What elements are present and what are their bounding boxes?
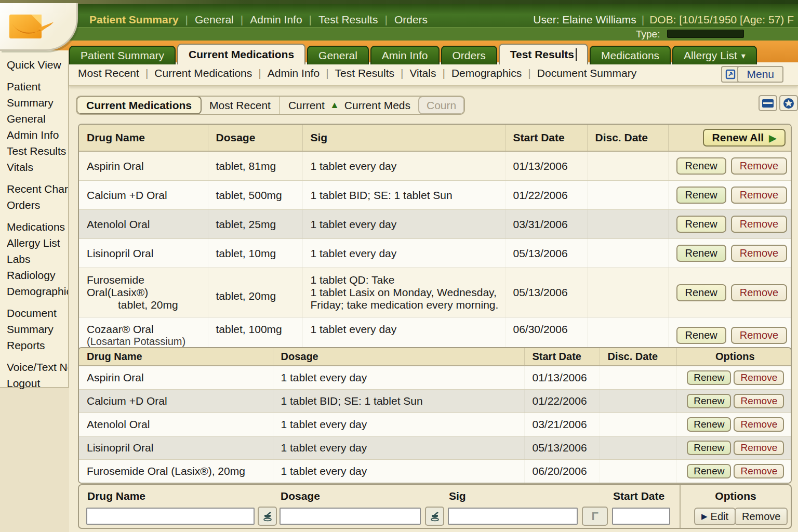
subnav-demographics[interactable]: Demographics (451, 67, 522, 79)
card-view-button[interactable] (759, 95, 777, 111)
filter-current-sort[interactable]: Current ▲ Current Meds (280, 97, 419, 114)
renew-all-button[interactable]: Renew All▶ (703, 129, 786, 147)
renew-button[interactable]: Renew (676, 327, 726, 344)
popout-icon (725, 69, 736, 79)
sidebar-item-recent-chart[interactable]: Recent Chart (7, 181, 68, 197)
remove-button[interactable]: Remove (734, 417, 784, 432)
subnav-test-results[interactable]: Test Results (335, 67, 394, 79)
sidebar-item-document-summary[interactable]: Document Summary (7, 305, 68, 337)
dosage-cell: tablet, 500mg (208, 181, 302, 210)
sidebar-item-patient-summary[interactable]: Patient Summary (7, 78, 68, 111)
renew-button[interactable]: Renew (687, 370, 731, 385)
nav-divider: | (642, 14, 644, 26)
renew-button[interactable]: Renew (676, 216, 726, 233)
topnav-admin-info[interactable]: Admin Info (250, 14, 302, 26)
drug-cell: Atenolol Oral (79, 413, 273, 436)
form-remove-button[interactable]: Remove (735, 508, 788, 525)
sidebar-item-reports[interactable]: Reports (7, 337, 68, 353)
sidebar-item-demographics[interactable]: Demographics (7, 283, 68, 299)
type-value-field[interactable] (667, 30, 744, 38)
renew-button[interactable]: Renew (687, 394, 731, 408)
drug-lookup-button[interactable] (258, 507, 277, 526)
dosage-cell: tablet, 20mg (208, 268, 302, 317)
tab-medications[interactable]: Medications (590, 46, 671, 64)
sidebar-item-logout[interactable]: Logout (7, 375, 68, 391)
tab-patient-summary[interactable]: Patient Summary (69, 46, 176, 64)
top-navigation: Patient Summary | General | Admin Info |… (89, 14, 428, 26)
renew-button[interactable]: Renew (687, 417, 731, 432)
remove-button[interactable]: Remove (731, 187, 787, 204)
edit-button[interactable]: ▶Edit (694, 508, 736, 525)
tab-orders[interactable]: Orders (441, 46, 497, 64)
card-icon (762, 99, 774, 108)
nav-divider: | (528, 67, 530, 79)
table-row: Lisinopril Oral tablet, 10mg 1 tablet ev… (79, 239, 791, 268)
sidebar-item-labs[interactable]: Labs (7, 251, 68, 267)
form-drug-name-label: Drug Name (87, 490, 145, 502)
topnav-test-results[interactable]: Test Results (318, 14, 378, 26)
renew-button[interactable]: Renew (676, 187, 726, 204)
drug-cell: Lisinopril Oral (79, 436, 273, 460)
subnav-current-medications[interactable]: Current Medications (154, 67, 252, 79)
sidebar-item-allergy-list[interactable]: Allergy List (7, 235, 68, 251)
edit-arrow-icon: ▶ (701, 512, 708, 521)
renew-button[interactable]: Renew (676, 284, 726, 301)
topnav-general[interactable]: General (195, 14, 234, 26)
sidebar-list: Patient Summary General Admin Info Test … (7, 78, 68, 391)
sidebar-footer-area (0, 388, 69, 532)
quick-view-sidebar: Quick View Patient Summary General Admin… (0, 50, 69, 388)
remove-button[interactable]: Remove (734, 464, 784, 478)
subnav-document-summary[interactable]: Document Summary (537, 67, 636, 79)
user-name-label: User: Elaine Williams (533, 14, 636, 26)
sidebar-item-test-results[interactable]: Test Results (7, 143, 68, 159)
sidebar-item-orders[interactable]: Orders (7, 197, 68, 213)
renew-button[interactable]: Renew (676, 245, 726, 262)
topnav-patient-summary[interactable]: Patient Summary (89, 14, 179, 26)
tab-current-medications[interactable]: Current Medications (177, 44, 305, 64)
menu-button[interactable]: Menu (737, 66, 783, 83)
dosage-cell: tablet, 81mg (208, 151, 302, 181)
remove-button[interactable]: Remove (734, 370, 784, 385)
remove-button[interactable]: Remove (734, 441, 784, 455)
remove-button[interactable]: Remove (731, 245, 787, 262)
form-options-column: Options ▶Edit Remove (680, 485, 791, 528)
start-date-input[interactable] (612, 508, 670, 525)
renew-button[interactable]: Renew (687, 464, 731, 478)
filter-most-recent[interactable]: Most Recent (201, 97, 280, 114)
nav-divider: | (241, 14, 243, 26)
remove-button[interactable]: Remove (734, 394, 784, 408)
sig-builder-button[interactable]: Γ (582, 507, 608, 526)
sidebar-item-general[interactable]: General (7, 111, 68, 127)
topnav-orders[interactable]: Orders (394, 14, 428, 26)
sig-builder-icon: Γ (591, 510, 598, 523)
sidebar-item-vitals[interactable]: Vitals (7, 159, 68, 175)
sidebar-item-radiology[interactable]: Radiology (7, 267, 68, 283)
disc-date-cell (600, 413, 676, 436)
table-row: Calcium +D Oral 1 tablet BID; SE: 1 tabl… (79, 390, 791, 413)
tab-general[interactable]: General (307, 46, 369, 64)
remove-button[interactable]: Remove (731, 216, 787, 233)
subnav-vitals[interactable]: Vitals (409, 67, 436, 79)
drug-name-input[interactable] (86, 508, 255, 525)
subnav-most-recent[interactable]: Most Recent (78, 67, 139, 79)
sidebar-item-medications[interactable]: Medications (7, 219, 68, 235)
dosage-input[interactable] (280, 508, 421, 525)
remove-button[interactable]: Remove (731, 327, 787, 344)
star-tool-button[interactable] (779, 95, 798, 111)
subnav-admin-info[interactable]: Admin Info (268, 67, 320, 79)
col-disc-date: Disc. Date (587, 125, 668, 151)
dosage-lookup-button[interactable] (425, 507, 444, 526)
new-medication-form: Drug Name Dosage Sig Γ Start Date Optio (78, 484, 792, 529)
renew-button[interactable]: Renew (687, 441, 731, 455)
sidebar-item-admin-info[interactable]: Admin Info (7, 127, 68, 143)
remove-button[interactable]: Remove (731, 284, 787, 301)
tab-allergy-list[interactable]: Allergy List▾ (672, 46, 757, 64)
remove-button[interactable]: Remove (731, 157, 787, 175)
tab-test-results[interactable]: Test Results (499, 44, 588, 64)
sidebar-item-voice-text[interactable]: Voice/Text Notes (7, 359, 68, 375)
renew-button[interactable]: Renew (676, 157, 726, 175)
filter-current-medications-button[interactable]: Current Medications (76, 96, 202, 114)
col-dosage: Dosage (208, 125, 302, 151)
tab-amin-info[interactable]: Amin Info (370, 46, 440, 64)
sig-input[interactable] (448, 508, 578, 525)
